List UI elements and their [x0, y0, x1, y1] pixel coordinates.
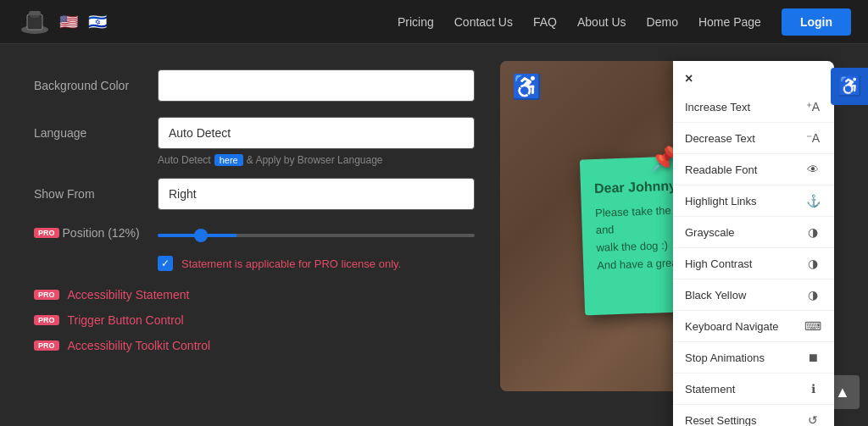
- auto-detect-suffix: & Apply by Browser Language: [247, 154, 383, 166]
- main-content: Background Color Language Auto Detect Au…: [0, 44, 868, 408]
- decrease-text-icon: ⁻A: [804, 129, 822, 147]
- a11y-item-reset-settings[interactable]: Reset Settings ↺: [673, 405, 834, 426]
- scroll-top-icon: ▲: [835, 384, 850, 401]
- position-slider[interactable]: [158, 234, 475, 237]
- bg-color-input[interactable]: [158, 69, 475, 102]
- pro-badge-trigger: PRO: [34, 315, 59, 325]
- a11y-item-black-yellow[interactable]: Black Yellow ◑: [673, 279, 834, 311]
- a11y-menu: × Increase Text ⁺A Decrease Text ⁻A Read…: [673, 61, 834, 426]
- a11y-statement-row: PRO Accessibility Statement: [34, 288, 475, 302]
- pro-badge-statement: PRO: [34, 290, 59, 300]
- increase-text-icon: ⁺A: [804, 97, 822, 116]
- logo-area: 🇺🇸 🇮🇱: [17, 4, 112, 40]
- trigger-button-link[interactable]: Trigger Button Control: [68, 313, 184, 327]
- toolkit-link[interactable]: Accessibility Toolkit Control: [68, 339, 211, 352]
- a11y-statement-link[interactable]: Accessibility Statement: [68, 288, 190, 302]
- a11y-item-keyboard-nav[interactable]: Keyboard Navigate ⌨: [673, 311, 834, 342]
- a11y-item-grayscale[interactable]: Grayscale ◑: [673, 217, 834, 248]
- a11y-item-increase-text[interactable]: Increase Text ⁺A: [673, 91, 834, 123]
- black-yellow-icon: ◑: [804, 285, 822, 304]
- trigger-btn-row: PRO Trigger Button Control: [34, 313, 475, 327]
- a11y-toggle-button[interactable]: ♿: [831, 68, 868, 105]
- language-input[interactable]: Auto Detect: [158, 117, 475, 149]
- nav-faq[interactable]: FAQ: [533, 15, 557, 29]
- header: 🇺🇸 🇮🇱 Pricing Contact Us FAQ About Us De…: [0, 0, 868, 44]
- highlight-links-icon: ⚓: [804, 191, 822, 210]
- language-label: Language: [34, 126, 144, 140]
- svg-rect-3: [29, 11, 41, 15]
- a11y-close-button[interactable]: ×: [673, 66, 834, 91]
- language-row: Language Auto Detect: [34, 117, 475, 149]
- flag-il[interactable]: 🇮🇱: [88, 14, 112, 30]
- statement-checkbox[interactable]: [158, 256, 173, 271]
- login-button[interactable]: Login: [782, 8, 851, 36]
- handicap-icon: ♿: [512, 73, 542, 101]
- checkbox-row: Statement is applicable for PRO license …: [158, 256, 475, 271]
- readable-font-icon: 👁: [804, 160, 822, 179]
- nav-contact[interactable]: Contact Us: [454, 15, 513, 29]
- checkbox-label: Statement is applicable for PRO license …: [181, 257, 401, 270]
- high-contrast-icon: ◑: [804, 254, 822, 273]
- auto-detect-badge[interactable]: here: [214, 154, 243, 166]
- auto-detect-text: Auto Detect: [158, 154, 211, 166]
- nav-demo[interactable]: Demo: [647, 15, 678, 29]
- show-from-row: Show From Right: [34, 178, 475, 210]
- show-from-input[interactable]: Right: [158, 178, 475, 210]
- a11y-item-readable-font[interactable]: Readable Font 👁: [673, 154, 834, 185]
- nav-about[interactable]: About Us: [577, 15, 626, 29]
- keyboard-nav-icon: ⌨: [804, 317, 822, 335]
- a11y-item-highlight-links[interactable]: Highlight Links ⚓: [673, 185, 834, 217]
- a11y-item-high-contrast[interactable]: High Contrast ◑: [673, 248, 834, 279]
- logo-icon: [17, 4, 53, 40]
- reset-settings-icon: ↺: [804, 411, 822, 426]
- a11y-toggle-icon: ♿: [838, 75, 861, 97]
- show-from-label: Show From: [34, 187, 144, 201]
- stop-animations-icon: ⏹: [804, 348, 822, 367]
- close-icon: ×: [685, 71, 693, 86]
- grayscale-icon: ◑: [804, 223, 822, 241]
- demo-panel: ♿ 📌 Dear Johnny, Please take the trash o…: [500, 61, 834, 391]
- pro-badge-toolkit: PRO: [34, 340, 59, 351]
- nav-links: Pricing Contact Us FAQ About Us Demo Hom…: [398, 8, 851, 36]
- position-row: PRO Position (12%): [34, 225, 475, 241]
- slider-container: [158, 225, 475, 241]
- a11y-item-decrease-text[interactable]: Decrease Text ⁻A: [673, 123, 834, 154]
- flag-group: 🇺🇸 🇮🇱: [59, 14, 112, 30]
- a11y-item-stop-animations[interactable]: Stop Animations ⏹: [673, 342, 834, 373]
- bg-color-row: Background Color: [34, 69, 475, 102]
- position-label: PRO Position (12%): [34, 226, 144, 240]
- a11y-item-statement[interactable]: Statement ℹ: [673, 373, 834, 405]
- flag-us[interactable]: 🇺🇸: [59, 14, 83, 30]
- nav-pricing[interactable]: Pricing: [398, 15, 434, 29]
- left-panel: Background Color Language Auto Detect Au…: [34, 61, 475, 391]
- auto-detect-hint: Auto Detect here & Apply by Browser Lang…: [158, 154, 475, 166]
- nav-home[interactable]: Home Page: [698, 15, 761, 29]
- toolkit-row: PRO Accessibility Toolkit Control: [34, 339, 475, 352]
- pro-badge-position: PRO: [34, 228, 59, 238]
- statement-icon: ℹ: [804, 379, 822, 398]
- bg-color-label: Background Color: [34, 79, 144, 92]
